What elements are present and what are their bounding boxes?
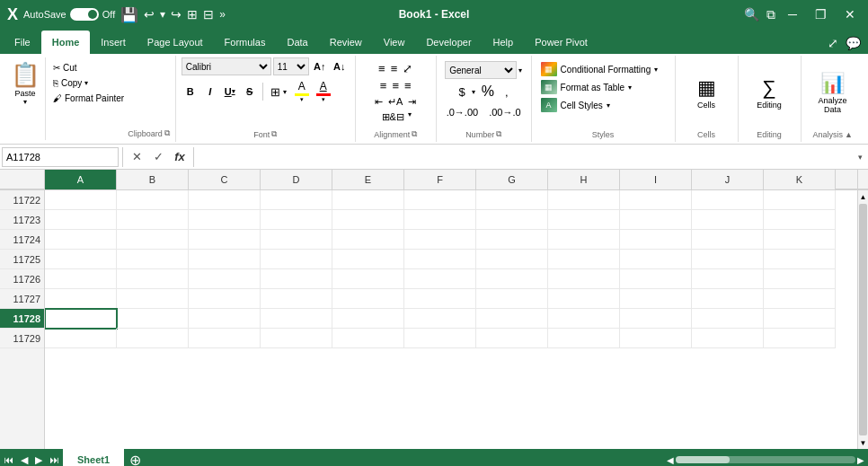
cell-j11723[interactable] (692, 210, 764, 230)
align-top-center-icon[interactable]: ≡ (389, 61, 400, 76)
cell-b11729[interactable] (117, 329, 189, 348)
cell-j11729[interactable] (692, 329, 764, 348)
cell-g11727[interactable] (476, 289, 548, 309)
cell-g11722[interactable] (476, 190, 548, 210)
cell-d11723[interactable] (261, 210, 332, 230)
cell-h11728[interactable] (548, 309, 620, 329)
row-header-11724[interactable]: 11724 (0, 230, 44, 250)
underline-button[interactable]: U ▾ (221, 83, 239, 101)
cell-e11725[interactable] (332, 250, 404, 269)
row-header-11727[interactable]: 11727 (0, 289, 44, 309)
cell-b11723[interactable] (117, 210, 189, 230)
paste-button[interactable]: 📋 Paste ▾ (5, 57, 46, 140)
tab-home[interactable]: Home (41, 31, 91, 54)
cell-k11723[interactable] (764, 210, 836, 230)
analyze-data-button[interactable]: 📊 AnalyzeData (811, 68, 855, 118)
row-header-11722[interactable]: 11722 (0, 190, 44, 210)
cell-g11725[interactable] (476, 250, 548, 269)
cell-f11723[interactable] (404, 210, 476, 230)
cell-d11726[interactable] (261, 269, 332, 289)
tab-formulas[interactable]: Formulas (214, 31, 277, 54)
cell-e11726[interactable] (332, 269, 404, 289)
cell-a11722[interactable] (45, 190, 117, 210)
align-top-right-icon[interactable]: ⤢ (401, 61, 414, 76)
cell-i11725[interactable] (620, 250, 692, 269)
cell-b11725[interactable] (117, 250, 189, 269)
col-header-k[interactable]: K (764, 170, 836, 189)
highlight-dropdown-icon[interactable]: ▾ (300, 96, 304, 103)
save-icon[interactable]: 💾 (120, 6, 138, 23)
restore-window-icon[interactable]: ⧉ (766, 7, 775, 22)
cell-d11727[interactable] (261, 289, 332, 309)
close-btn[interactable]: ✕ (839, 7, 861, 22)
wrap-text-icon[interactable]: ↵A (386, 95, 404, 109)
cell-a11723[interactable] (45, 210, 117, 230)
autosave-toggle[interactable]: AutoSave Off (23, 8, 115, 21)
formula-expand-icon[interactable]: ▾ (855, 153, 866, 162)
cell-i11728[interactable] (620, 309, 692, 329)
cell-e11723[interactable] (332, 210, 404, 230)
cell-j11726[interactable] (692, 269, 764, 289)
cell-k11724[interactable] (764, 230, 836, 250)
align-right-icon[interactable]: ≡ (403, 78, 413, 93)
cell-j11725[interactable] (692, 250, 764, 269)
redo-icon[interactable]: ↪ (171, 7, 182, 22)
decrease-decimal-button[interactable]: .00→.0 (484, 104, 525, 120)
cell-k11729[interactable] (764, 329, 836, 348)
merge-dropdown-icon[interactable]: ▾ (408, 110, 412, 124)
cell-e11722[interactable] (332, 190, 404, 210)
insert-function-button[interactable]: fx (170, 147, 190, 167)
col-header-h[interactable]: H (548, 170, 620, 189)
row-header-11725[interactable]: 11725 (0, 250, 44, 269)
cell-b11724[interactable] (117, 230, 189, 250)
alignment-expand-icon[interactable]: ⧉ (412, 129, 417, 139)
col-header-c[interactable]: C (189, 170, 261, 189)
cell-d11729[interactable] (261, 329, 332, 348)
filter-icon[interactable]: ⊞ (187, 7, 198, 22)
col-header-e[interactable]: E (332, 170, 404, 189)
cell-g11728[interactable] (476, 309, 548, 329)
row-header-11723[interactable]: 11723 (0, 210, 44, 230)
cell-i11727[interactable] (620, 289, 692, 309)
cancel-formula-button[interactable]: ✕ (127, 147, 146, 167)
tab-data[interactable]: Data (276, 31, 318, 54)
cell-g11726[interactable] (476, 269, 548, 289)
cell-a11726[interactable] (45, 269, 117, 289)
conditional-formatting-button[interactable]: ▦ Conditional Formatting ▾ (537, 61, 662, 77)
cell-e11727[interactable] (332, 289, 404, 309)
cell-k11725[interactable] (764, 250, 836, 269)
align-top-left-icon[interactable]: ≡ (376, 61, 387, 76)
name-box[interactable] (2, 147, 119, 167)
editing-button[interactable]: ∑ Editing (749, 73, 789, 113)
cell-e11729[interactable] (332, 329, 404, 348)
col-header-g[interactable]: G (476, 170, 548, 189)
align-center-icon[interactable]: ≡ (390, 78, 401, 93)
cell-b11722[interactable] (117, 190, 189, 210)
sheet-nav-prev[interactable]: ◀ (17, 454, 31, 466)
sheet-nav-next[interactable]: ▶ (31, 454, 46, 466)
cells-button[interactable]: ▦ Cells (690, 73, 723, 113)
cell-c11725[interactable] (189, 250, 261, 269)
cell-h11724[interactable] (548, 230, 620, 250)
cell-a11729[interactable] (45, 329, 117, 348)
cell-i11723[interactable] (620, 210, 692, 230)
cell-k11727[interactable] (764, 289, 836, 309)
tab-power-pivot[interactable]: Power Pivot (524, 31, 598, 54)
cell-c11722[interactable] (189, 190, 261, 210)
format-as-table-dropdown-icon[interactable]: ▾ (628, 84, 632, 92)
align-left-icon[interactable]: ≡ (378, 78, 389, 93)
number-format-select[interactable]: General (445, 61, 517, 79)
corner-cell[interactable] (0, 170, 45, 189)
italic-button[interactable]: I (201, 83, 219, 101)
scroll-up-button[interactable]: ▲ (858, 190, 868, 203)
add-sheet-button[interactable]: ⊕ (124, 449, 146, 466)
cell-c11726[interactable] (189, 269, 261, 289)
format-as-table-button[interactable]: ▦ Format as Table ▾ (537, 79, 636, 95)
merge-center-icon[interactable]: ⊞&⊟ (380, 110, 406, 124)
cell-e11724[interactable] (332, 230, 404, 250)
cell-a11727[interactable] (45, 289, 117, 309)
comments-icon[interactable]: 💬 (842, 32, 864, 54)
increase-font-button[interactable]: A↑ (311, 57, 329, 75)
strikethrough-button[interactable]: S (241, 83, 259, 101)
row-header-11726[interactable]: 11726 (0, 269, 44, 289)
